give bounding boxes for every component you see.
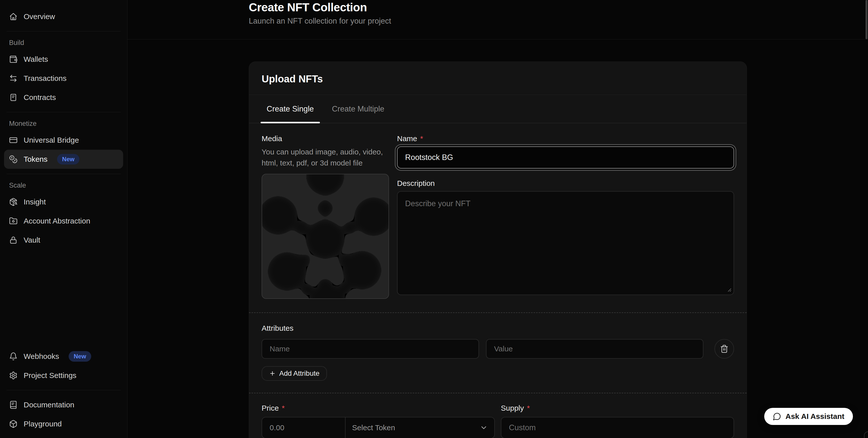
- sidebar-item-label: Overview: [24, 12, 55, 21]
- home-icon: [9, 12, 18, 21]
- supply-label: Supply *: [501, 404, 734, 412]
- description-field: Description: [397, 179, 734, 295]
- price-input-group: Select Token: [261, 417, 495, 438]
- sidebar-item-label: Wallets: [24, 55, 48, 64]
- media-blob-artwork: [262, 174, 389, 298]
- sidebar-item-contracts[interactable]: Contracts: [0, 88, 127, 107]
- gear-icon: [9, 371, 18, 380]
- arrows-icon: [9, 74, 18, 82]
- coins-icon: [9, 155, 18, 164]
- sidebar-item-universal-bridge[interactable]: Universal Bridge: [0, 131, 127, 150]
- sidebar-item-vault[interactable]: Vault: [0, 231, 127, 250]
- bell-icon: [9, 352, 18, 361]
- sidebar-item-wallets[interactable]: Wallets: [0, 50, 127, 69]
- sidebar-divider: [6, 174, 121, 174]
- required-asterisk: *: [527, 404, 530, 412]
- card-title: Upload NFTs: [261, 73, 734, 85]
- sidebar-item-overview[interactable]: Overview: [0, 7, 127, 26]
- supply-field: Supply *: [501, 404, 734, 438]
- media-description: You can upload image, audio, video, html…: [261, 146, 389, 168]
- sidebar-item-webhooks[interactable]: WebhooksNew: [0, 347, 127, 366]
- sidebar-item-insight[interactable]: Insight: [0, 192, 127, 211]
- select-token-dropdown[interactable]: Select Token: [345, 417, 494, 438]
- nft-name-input[interactable]: [397, 146, 734, 169]
- sidebar-section-label: Scale: [9, 181, 118, 189]
- select-token-label: Select Token: [352, 424, 395, 432]
- sidebar-item-label: Project Settings: [24, 371, 76, 380]
- sidebar-item-label: Tokens: [24, 155, 48, 164]
- nft-description-textarea[interactable]: [397, 191, 734, 295]
- price-amount-input[interactable]: [262, 417, 345, 438]
- attribute-value-input[interactable]: [486, 339, 703, 359]
- new-badge: New: [69, 351, 91, 362]
- ask-ai-assistant-button[interactable]: Ask AI Assistant: [764, 408, 853, 425]
- new-badge: New: [57, 154, 80, 165]
- attribute-name-input[interactable]: [261, 339, 479, 359]
- page-header: Create NFT Collection Launch an NFT coll…: [127, 0, 868, 39]
- sidebar-item-label: Transactions: [24, 74, 67, 82]
- sidebar-item-transactions[interactable]: Transactions: [0, 69, 127, 88]
- cube-icon: [9, 420, 18, 428]
- wallet-icon: [9, 55, 18, 64]
- add-attribute-button[interactable]: Add Attribute: [261, 366, 327, 381]
- required-asterisk: *: [420, 134, 423, 143]
- sidebar: OverviewBuildWalletsTransactionsContract…: [0, 0, 127, 438]
- sidebar-item-label: Universal Bridge: [24, 136, 79, 144]
- attribute-row: [261, 339, 734, 359]
- sidebar-nav: OverviewBuildWalletsTransactionsContract…: [0, 7, 127, 250]
- media-upload-preview[interactable]: [261, 174, 389, 299]
- chat-bubble-icon: [773, 412, 781, 421]
- plus-icon: [269, 370, 276, 377]
- sidebar-item-label: Contracts: [24, 93, 56, 102]
- name-label: Name *: [397, 134, 734, 143]
- nft-fields: Name * Description: [397, 134, 734, 299]
- sidebar-item-label: Vault: [24, 236, 40, 244]
- price-label: Price *: [261, 404, 495, 412]
- card-body: Media You can upload image, audio, video…: [249, 123, 747, 312]
- attributes-label: Attributes: [261, 324, 734, 333]
- page-content: Upload NFTs Create SingleCreate Multiple…: [127, 39, 868, 438]
- page-subtitle: Launch an NFT collection for your projec…: [249, 16, 747, 26]
- tab-create-multiple[interactable]: Create Multiple: [326, 95, 390, 123]
- app-screen: OverviewBuildWalletsTransactionsContract…: [0, 0, 868, 438]
- sidebar-section-label: Monetize: [9, 120, 118, 128]
- sidebar-item-label: Playground: [24, 420, 62, 428]
- book-icon: [9, 401, 18, 409]
- lock-icon: [9, 236, 18, 244]
- sidebar-item-label: Webhooks: [24, 352, 59, 361]
- resize-handle-icon[interactable]: [726, 287, 732, 293]
- supply-input[interactable]: [501, 417, 734, 438]
- upload-nfts-card: Upload NFTs Create SingleCreate Multiple…: [249, 62, 747, 438]
- required-asterisk: *: [282, 404, 285, 412]
- credit-card-icon: [9, 136, 18, 144]
- trash-icon: [720, 344, 728, 353]
- sidebar-item-label: Insight: [24, 198, 46, 206]
- folder-lock-icon: [9, 217, 18, 225]
- document-icon: [9, 93, 18, 102]
- ask-ai-assistant-label: Ask AI Assistant: [785, 412, 844, 421]
- sidebar-item-project-settings[interactable]: Project Settings: [0, 366, 127, 385]
- add-attribute-label: Add Attribute: [279, 369, 319, 377]
- delete-attribute-button[interactable]: [714, 339, 734, 359]
- media-label: Media: [261, 134, 389, 143]
- name-field: Name *: [397, 134, 734, 169]
- upload-tabs: Create SingleCreate Multiple: [249, 95, 747, 123]
- media-section: Media You can upload image, audio, video…: [261, 134, 389, 299]
- sidebar-item-documentation[interactable]: Documentation: [0, 395, 127, 414]
- description-label: Description: [397, 179, 734, 188]
- sidebar-item-label: Account Abstraction: [24, 217, 90, 225]
- sidebar-item-tokens[interactable]: TokensNew: [4, 150, 123, 169]
- sidebar-section-label: Build: [9, 39, 118, 47]
- attributes-section: Attributes: [249, 313, 747, 393]
- main-area: Create NFT Collection Launch an NFT coll…: [127, 0, 868, 438]
- tab-create-single[interactable]: Create Single: [260, 95, 320, 123]
- price-supply-section: Price * Select Token: [249, 393, 747, 438]
- price-label-text: Price: [261, 404, 279, 412]
- sidebar-footer: WebhooksNewProject SettingsDocumentation…: [0, 347, 127, 434]
- sidebar-item-label: Documentation: [24, 401, 74, 409]
- price-field: Price * Select Token: [261, 404, 495, 438]
- sidebar-item-account-abstraction[interactable]: Account Abstraction: [0, 211, 127, 231]
- scrollbar-thumb[interactable]: [866, 0, 868, 39]
- sidebar-item-playground[interactable]: Playground: [0, 414, 127, 434]
- supply-label-text: Supply: [501, 404, 524, 412]
